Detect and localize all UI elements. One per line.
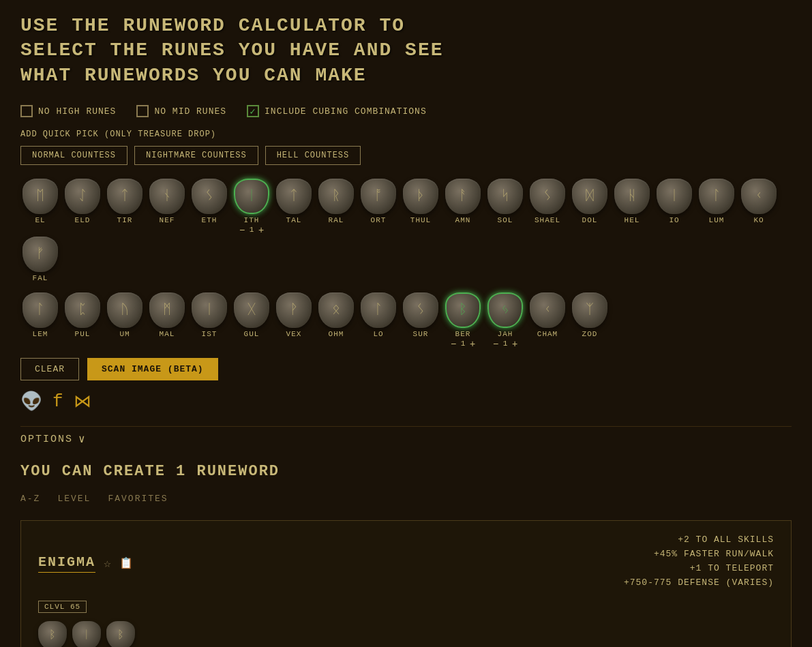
rune-dol[interactable]: ᛞ DOL: [570, 179, 610, 234]
ber-increment[interactable]: +: [468, 340, 477, 348]
runeword-card-header: ENIGMA ☆ 📋 +2 TO ALL SKILLS +45% FASTER …: [38, 535, 774, 592]
rune-tal[interactable]: ᛏ TAL: [274, 179, 314, 234]
no-mid-runes-box[interactable]: [136, 105, 149, 117]
include-cubing-checkbox[interactable]: ✓ Include Cubing Combinations: [247, 105, 427, 117]
rune-stone-ko[interactable]: ᚲ: [741, 179, 777, 214]
ith-increment[interactable]: +: [257, 226, 265, 234]
jah-increment[interactable]: +: [511, 340, 519, 348]
no-high-runes-checkbox[interactable]: No High Runes: [20, 105, 116, 117]
hell-countess-button[interactable]: Hell Countess: [265, 146, 361, 165]
rune-ber[interactable]: ᛒ BER − 1 +: [443, 292, 483, 348]
rune-thul[interactable]: ᚦ THUL: [401, 179, 440, 234]
rune-fal[interactable]: ᚠ FAL: [20, 237, 60, 282]
rune-grid-row1: ᛖ EL ᛇ ELD ᛏ TIR ᚾ NEF ᛊ ETH: [20, 179, 792, 282]
rune-eth[interactable]: ᛊ ETH: [190, 179, 229, 234]
rune-name-gul: GUL: [244, 330, 260, 338]
rune-ist[interactable]: ᛁ IST: [190, 292, 229, 348]
rune-lem[interactable]: ᛚ LEM: [20, 292, 60, 348]
rune-tir[interactable]: ᛏ TIR: [105, 179, 145, 234]
rune-stone-nef[interactable]: ᚾ: [149, 179, 185, 214]
stat-defense: +750-775 DEFENSE (VARIES): [624, 577, 774, 588]
rune-sur[interactable]: ᛊ SUR: [401, 292, 440, 348]
rune-vex[interactable]: ᚹ VEX: [274, 292, 314, 348]
tab-favorites[interactable]: FAVORITES: [108, 494, 168, 507]
rune-stone-tal[interactable]: ᛏ: [276, 179, 312, 214]
rune-name-nef: NEF: [160, 216, 175, 224]
tab-level[interactable]: LEVEL: [57, 494, 91, 507]
rune-stone-ort[interactable]: ᚩ: [361, 179, 396, 214]
rune-stone-mal[interactable]: ᛗ: [149, 292, 185, 328]
rune-io[interactable]: ᛁ IO: [655, 179, 694, 234]
rune-stone-sol[interactable]: ᛋ: [487, 179, 523, 214]
star-icon[interactable]: ☆: [104, 556, 111, 571]
rune-stone-ber[interactable]: ᛒ: [445, 292, 481, 328]
rune-stone-fal[interactable]: ᚠ: [22, 237, 58, 272]
rune-stone-jah[interactable]: ᛃ: [487, 292, 523, 328]
rune-stone-lum[interactable]: ᛚ: [699, 179, 734, 214]
rune-ral[interactable]: ᚱ RAL: [316, 179, 356, 234]
no-mid-runes-checkbox[interactable]: No Mid Runes: [136, 105, 226, 117]
rune-mal[interactable]: ᛗ MAL: [147, 292, 187, 348]
rune-stone-sur[interactable]: ᛊ: [403, 292, 438, 328]
scan-image-button[interactable]: SCAN IMAGE (BETA): [87, 358, 218, 380]
rune-stone-lo[interactable]: ᛚ: [361, 292, 396, 328]
rune-eld[interactable]: ᛇ ELD: [63, 179, 102, 234]
rune-ith[interactable]: ᛁ ITH − 1 +: [232, 179, 271, 234]
rune-cham[interactable]: ᚲ CHAM: [528, 292, 567, 348]
share-icon[interactable]: ⋈: [74, 391, 91, 412]
rune-stone-ral[interactable]: ᚱ: [318, 179, 354, 214]
stat-run: +45% FASTER RUN/WALK: [624, 549, 774, 559]
reddit-icon[interactable]: 👽: [20, 391, 42, 412]
rune-name-shael: SHAEL: [535, 216, 560, 224]
rune-lum[interactable]: ᛚ LUM: [697, 179, 736, 234]
rune-stone-thul[interactable]: ᚦ: [403, 179, 438, 214]
rune-amn[interactable]: ᚨ AMN: [443, 179, 483, 234]
rune-um[interactable]: ᚢ UM: [105, 292, 145, 348]
facebook-icon[interactable]: f: [52, 391, 63, 412]
clear-button[interactable]: CLEAR: [20, 358, 79, 380]
rune-stone-dol[interactable]: ᛞ: [572, 179, 607, 214]
normal-countess-button[interactable]: Normal Countess: [20, 146, 127, 165]
rune-stone-io[interactable]: ᛁ: [657, 179, 692, 214]
rune-stone-ith[interactable]: ᛁ: [234, 179, 269, 214]
rune-stone-shael[interactable]: ᛊ: [530, 179, 565, 214]
rune-stone-vex[interactable]: ᚹ: [276, 292, 312, 328]
rune-stone-ohm[interactable]: ᛟ: [318, 292, 354, 328]
rune-stone-zod[interactable]: ᛉ: [572, 292, 607, 328]
rune-stone-hel[interactable]: ᚺ: [614, 179, 650, 214]
rune-sol[interactable]: ᛋ SOL: [485, 179, 525, 234]
rune-stone-eld[interactable]: ᛇ: [65, 179, 100, 214]
ith-decrement[interactable]: −: [238, 226, 246, 234]
rune-ohm[interactable]: ᛟ OHM: [316, 292, 356, 348]
rune-ko[interactable]: ᚲ KO: [739, 179, 779, 234]
options-row[interactable]: OPTIONS ∨: [20, 432, 792, 446]
rune-stone-gul[interactable]: ᚷ: [234, 292, 269, 328]
rune-stone-eth[interactable]: ᛊ: [192, 179, 227, 214]
rune-stone-amn[interactable]: ᚨ: [445, 179, 481, 214]
rune-ort[interactable]: ᚩ ORT: [359, 179, 398, 234]
include-cubing-box[interactable]: ✓: [247, 105, 259, 117]
clipboard-icon[interactable]: 📋: [119, 556, 133, 570]
rune-stone-pul[interactable]: ᛈ: [65, 292, 100, 328]
tab-az[interactable]: A-Z: [20, 494, 40, 507]
rune-stone-ist[interactable]: ᛁ: [192, 292, 227, 328]
rune-lo[interactable]: ᛚ LO: [359, 292, 398, 348]
no-high-runes-box[interactable]: [20, 105, 33, 117]
rune-nef[interactable]: ᚾ NEF: [147, 179, 187, 234]
rune-zod[interactable]: ᛉ ZOD: [570, 292, 610, 348]
rune-stone-um[interactable]: ᚢ: [107, 292, 142, 328]
rune-name-lo: LO: [373, 330, 383, 338]
rune-stone-el[interactable]: ᛖ: [22, 179, 58, 214]
rune-stone-cham[interactable]: ᚲ: [530, 292, 565, 328]
rune-gul[interactable]: ᚷ GUL: [232, 292, 271, 348]
rune-stone-lem[interactable]: ᛚ: [22, 292, 58, 328]
nightmare-countess-button[interactable]: Nightmare Countess: [134, 146, 258, 165]
rune-stone-tir[interactable]: ᛏ: [107, 179, 142, 214]
ber-decrement[interactable]: −: [449, 340, 457, 348]
rune-el[interactable]: ᛖ EL: [20, 179, 60, 234]
jah-decrement[interactable]: −: [492, 340, 500, 348]
rune-hel[interactable]: ᚺ HEL: [612, 179, 652, 234]
rune-pul[interactable]: ᛈ PUL: [63, 292, 102, 348]
rune-jah[interactable]: ᛃ JAH − 1 +: [485, 292, 525, 348]
rune-shael[interactable]: ᛊ SHAEL: [528, 179, 567, 234]
